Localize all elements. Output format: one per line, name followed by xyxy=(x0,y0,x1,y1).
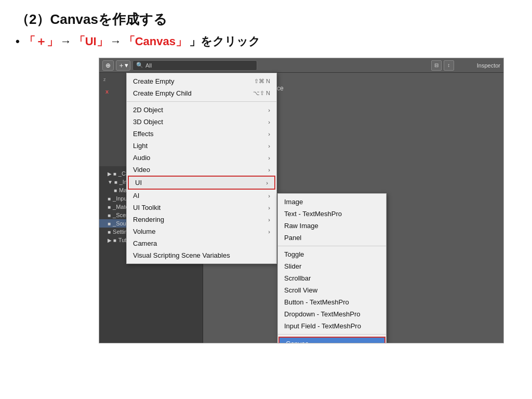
menu-label: Panel xyxy=(284,234,301,242)
menu-label: Light xyxy=(133,142,148,150)
submenu-separator-1 xyxy=(278,246,386,246)
menu-label: Raw Image xyxy=(284,222,318,230)
folder-icon-images: ▼ ■ xyxy=(108,179,117,185)
ui-label: UI xyxy=(85,35,97,48)
submenu-button-tmp[interactable]: Button - TextMeshPro xyxy=(278,296,386,308)
primary-menu: Create Empty ⇧⌘ N Create Empty Child ⌥⇧ … xyxy=(126,73,277,264)
arrow-icon: › xyxy=(268,107,270,113)
search-text: All xyxy=(145,62,152,69)
menu-ui[interactable]: UI › xyxy=(128,176,275,190)
page-heading: （2）Canvasを作成する xyxy=(16,10,516,29)
menu-create-empty-child[interactable]: Create Empty Child ⌥⇧ N xyxy=(127,87,276,99)
bullet-instruction: • 「＋」 → 「UI」 → 「Canvas」 」をクリック xyxy=(16,34,516,49)
globe-button[interactable]: ⊕ xyxy=(102,60,114,71)
submenu-dropdown-tmp[interactable]: Dropdown - TextMeshPro xyxy=(278,308,386,320)
menu-label: Effects xyxy=(133,130,154,138)
menu-video[interactable]: Video › xyxy=(127,164,276,176)
folder-icon-scenes: ■ xyxy=(108,212,111,218)
menu-label: Rendering xyxy=(133,216,164,223)
submenu-slider[interactable]: Slider xyxy=(278,260,386,272)
menu-label: Audio xyxy=(133,154,150,162)
folder-icon: ▶ ■ xyxy=(108,171,116,177)
arrow2: → xyxy=(110,35,122,48)
menu-label: Video xyxy=(133,166,150,174)
submenu-toggle[interactable]: Toggle xyxy=(278,248,386,260)
menu-visual-scripting[interactable]: Visual Scripting Scene Variables xyxy=(127,249,276,261)
menu-label: Scroll View xyxy=(284,286,317,294)
arrow-icon: › xyxy=(268,193,270,199)
menu-volume[interactable]: Volume › xyxy=(127,225,276,237)
arrow-icon: › xyxy=(268,131,270,137)
submenu-input-field-tmp[interactable]: Input Field - TextMeshPro xyxy=(278,320,386,332)
arrow-icon: › xyxy=(268,229,270,235)
add-button[interactable]: ＋▾ xyxy=(116,60,130,71)
dropdown-overlay: Create Empty ⇧⌘ N Create Empty Child ⌥⇧ … xyxy=(126,73,277,264)
menu-audio[interactable]: Audio › xyxy=(127,152,276,164)
folder-icon-tutorial: ▶ ■ xyxy=(108,237,116,243)
top-bar: ⊕ ＋▾ 🔍 All ⊟ ↕ Inspector xyxy=(99,58,503,73)
folder-icon-mats: ■ xyxy=(108,204,111,210)
screenshot-container: ⊕ ＋▾ 🔍 All ⊟ ↕ Inspector z xyxy=(99,58,504,343)
menu-shortcut: ⌥⇧ N xyxy=(253,90,270,97)
menu-2d-object[interactable]: 2D Object › xyxy=(127,104,276,116)
folder-icon-sounds: ■ xyxy=(108,221,111,227)
menu-ai[interactable]: AI › xyxy=(127,190,276,202)
menu-label: AI xyxy=(133,192,139,200)
menu-effects[interactable]: Effects › xyxy=(127,128,276,140)
submenu-canvas[interactable]: Canvas xyxy=(278,337,385,343)
menu-light[interactable]: Light › xyxy=(127,140,276,152)
bullet-dot: • xyxy=(16,35,20,48)
menu-rendering[interactable]: Rendering › xyxy=(127,214,276,225)
icon-btn-1[interactable]: ⊟ xyxy=(431,60,442,71)
ui-bracket: 「UI」 xyxy=(74,34,108,49)
menu-label: Slider xyxy=(284,262,301,270)
plus-bracket: 「＋」 xyxy=(24,34,58,49)
click-text: 」をクリック xyxy=(189,34,260,49)
folder-icon-input: ■ xyxy=(108,196,111,202)
scene-label: z xyxy=(103,77,106,82)
menu-label: UI Toolkit xyxy=(133,204,161,211)
menu-label: 2D Object xyxy=(133,106,163,114)
menu-camera[interactable]: Camera xyxy=(127,237,276,249)
menu-shortcut: ⇧⌘ N xyxy=(254,78,270,85)
menu-label: Create Empty xyxy=(133,77,174,85)
menu-3d-object[interactable]: 3D Object › xyxy=(127,116,276,128)
search-bar[interactable]: 🔍 All xyxy=(132,60,257,71)
menu-label-canvas: Canvas xyxy=(286,340,309,343)
menu-label: Camera xyxy=(133,240,157,247)
submenu-scrollbar[interactable]: Scrollbar xyxy=(278,272,386,284)
inspector-tab-label: Inspector xyxy=(477,62,500,69)
menu-label: UI xyxy=(135,179,142,187)
x-axis-label: x xyxy=(105,88,109,95)
submenu-image[interactable]: Image xyxy=(278,196,386,208)
menu-label: Toggle xyxy=(284,250,304,258)
menu-create-empty[interactable]: Create Empty ⇧⌘ N xyxy=(127,75,276,87)
arrow-icon: › xyxy=(268,167,270,173)
search-icon: 🔍 xyxy=(136,62,143,69)
arrow-icon: › xyxy=(268,205,270,211)
menu-label: Visual Scripting Scene Variables xyxy=(133,251,230,259)
menu-label: Input Field - TextMeshPro xyxy=(284,322,361,330)
submenu-raw-image[interactable]: Raw Image xyxy=(278,220,386,232)
submenu-scroll-view[interactable]: Scroll View xyxy=(278,284,386,296)
menu-label: Image xyxy=(284,198,303,206)
icon-btn-2[interactable]: ↕ xyxy=(444,60,454,71)
menu-label: Volume xyxy=(133,228,155,235)
menu-label: Button - TextMeshPro xyxy=(284,298,349,306)
arrow-icon: › xyxy=(268,143,270,149)
menu-ui-toolkit[interactable]: UI Toolkit › xyxy=(127,202,276,214)
arrow1: → xyxy=(60,35,72,48)
arrow-icon: › xyxy=(268,155,270,161)
arrow-icon: › xyxy=(268,217,270,223)
folder-icon-materials: ■ xyxy=(114,188,117,193)
menu-label: Dropdown - TextMeshPro xyxy=(284,310,360,318)
submenu-text-tmp[interactable]: Text - TextMeshPro xyxy=(278,208,386,220)
folder-icon-settings: ■ xyxy=(108,229,111,235)
submenu-panel[interactable]: Panel xyxy=(278,232,386,244)
menu-separator-1 xyxy=(127,101,276,102)
arrow-icon: › xyxy=(268,119,270,125)
top-bar-right: ⊟ ↕ xyxy=(431,60,454,71)
menu-label: 3D Object xyxy=(133,118,163,126)
secondary-menu: Image Text - TextMeshPro Raw Image Panel… xyxy=(277,193,387,343)
menu-label: Text - TextMeshPro xyxy=(284,210,342,218)
